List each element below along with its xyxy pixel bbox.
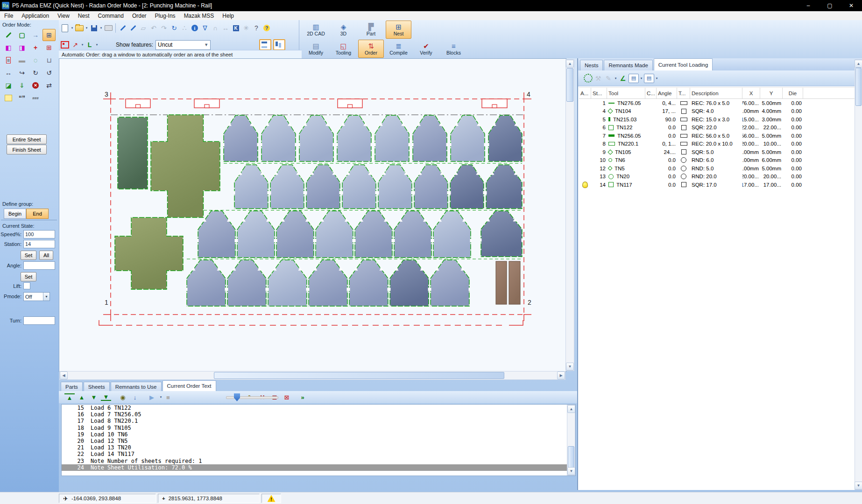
show-features-select[interactable]: Uncut ▼: [155, 40, 211, 50]
turn-input[interactable]: [23, 316, 55, 325]
column-header[interactable]: Tool: [607, 88, 645, 98]
pmode-select[interactable]: Off ▼: [23, 292, 50, 301]
column-header[interactable]: T...: [677, 88, 690, 98]
table-row[interactable]: 7TN256.050.0REC: 56.0 x 5.056.00...5.00m…: [579, 132, 861, 140]
scroll-up-arrow[interactable]: ▲: [566, 60, 574, 68]
scroll-thumb[interactable]: [566, 68, 573, 102]
menu-help[interactable]: Help: [218, 11, 238, 20]
duplicate-icon[interactable]: ▱: [139, 23, 148, 33]
edit-pen-icon[interactable]: [118, 23, 127, 33]
quotes-tool[interactable]: “”: [15, 92, 28, 104]
begin-group-button[interactable]: Begin: [4, 209, 26, 219]
nest-canvas[interactable]: 3412: [59, 58, 566, 372]
scroll-down-arrow[interactable]: ▼: [566, 363, 574, 371]
go-up-icon[interactable]: ▲: [77, 392, 87, 402]
width-icon[interactable]: ↔: [221, 23, 230, 33]
nest-button[interactable]: ⊞Nest: [386, 21, 411, 39]
column-header[interactable]: Description: [690, 88, 742, 98]
sheet-rotate2-tool[interactable]: ↺: [42, 67, 56, 79]
order-text-line[interactable]: 23Note Number of sheets required: 1: [62, 458, 575, 464]
canvas-vertical-scrollbar[interactable]: ▲ ▼: [565, 59, 574, 371]
order-text-line[interactable]: 17Load 8 TN220.1: [62, 418, 575, 424]
view-list-icon[interactable]: ▤: [629, 74, 639, 83]
maximize-button[interactable]: ▢: [819, 0, 841, 11]
menu-command[interactable]: Command: [94, 11, 128, 20]
move-tool[interactable]: +: [29, 42, 42, 54]
order-text-line[interactable]: 20Load 12 TN5: [62, 438, 575, 444]
table-row[interactable]: 12TN50.0RND: 5.05.00mm5.00mm0.00: [579, 164, 861, 173]
menu-order[interactable]: Order: [128, 11, 151, 20]
scroll-down-arrow[interactable]: ▼: [855, 482, 862, 490]
tooling-button[interactable]: ◱Tooling: [331, 40, 356, 58]
table-row[interactable]: 8TN220.10, 1...REC: 20.0 x 10.020.00...1…: [579, 140, 861, 148]
layout-split-horizontal-button[interactable]: [259, 39, 271, 50]
table-row[interactable]: 10TN60.0RND: 6.06.00mm6.00mm0.00: [579, 156, 861, 165]
panel-vertical-scrollbar[interactable]: ▲ ▼: [855, 59, 862, 490]
scroll-thumb[interactable]: [214, 372, 504, 379]
go-down-icon[interactable]: ▼: [89, 392, 99, 402]
tab-current-tool-loading[interactable]: Current Tool Loading: [654, 58, 713, 70]
menu-application[interactable]: Application: [17, 11, 53, 20]
save-dropdown[interactable]: ▾: [99, 26, 103, 30]
table-row[interactable]: 14TN1170.0SQR: 17.017.00...17.00...0.00: [579, 181, 861, 189]
table-row[interactable]: 9TN10524....SQR: 5.05.00mm5.00mm0.00: [579, 148, 861, 156]
lift-checkbox[interactable]: [23, 282, 30, 289]
finish-sheet-button[interactable]: Finish Sheet: [7, 145, 47, 154]
nodes-icon[interactable]: ∴: [180, 23, 189, 33]
speed-input[interactable]: 100: [23, 230, 55, 238]
order-text-line[interactable]: 16Load 7 TN256.05: [62, 411, 575, 418]
view-list-dropdown[interactable]: ▾: [639, 77, 643, 80]
measure-arrow-icon[interactable]: ↗: [71, 40, 80, 49]
print-icon[interactable]: [104, 23, 113, 33]
tab-current-order-text[interactable]: Current Order Text: [163, 380, 216, 391]
menu-plug-ins[interactable]: Plug-Ins: [151, 11, 180, 20]
zoom-extents-icon[interactable]: [60, 40, 70, 49]
3d-button[interactable]: ◈3D: [331, 21, 356, 39]
dropdown-arrow-icon[interactable]: ▾: [159, 395, 163, 399]
more-icon[interactable]: »: [297, 392, 308, 402]
scroll-up-arrow[interactable]: ▲: [567, 405, 575, 413]
scroll-up-arrow[interactable]: ▲: [855, 60, 862, 68]
auto-order-tool[interactable]: ⊞: [42, 29, 56, 41]
station-input[interactable]: 14: [23, 240, 55, 248]
refresh-icon[interactable]: ↻: [170, 23, 179, 33]
table-row[interactable]: 4TN10417, ...SQR: 4.04.00mm4.00mm0.00: [579, 107, 861, 116]
scroll-thumb[interactable]: [568, 446, 574, 468]
table-row[interactable]: 5TN215.0390.0REC: 15.0 x 3.015.00...3.00…: [579, 115, 861, 124]
angle-input[interactable]: [23, 261, 55, 270]
2d-cad-button[interactable]: ▥2D CAD: [303, 21, 329, 39]
blocks-button[interactable]: ≡Blocks: [441, 40, 466, 58]
table-row[interactable]: 13TN200.0RND: 20.020.00...20.00...0.00: [579, 173, 861, 181]
all-stations-button[interactable]: All: [39, 251, 53, 260]
go-top-icon[interactable]: ▲: [64, 393, 75, 401]
scroll-down-arrow[interactable]: ▼: [567, 467, 575, 475]
sheet-down-tool[interactable]: ⇓: [15, 79, 28, 91]
move-part-tool[interactable]: ⊞: [42, 42, 56, 54]
new-document-icon[interactable]: [60, 23, 70, 33]
frame-tool[interactable]: ▢: [15, 29, 28, 41]
bin-tool[interactable]: ⊔: [42, 54, 56, 66]
open-icon[interactable]: [75, 23, 84, 33]
order-button[interactable]: ⇅Order: [358, 40, 384, 58]
axis-icon[interactable]: L: [85, 40, 94, 49]
order-text-list[interactable]: 15Load 6 TN12216Load 7 TN256.0517Load 8 …: [61, 404, 576, 476]
sheet-order-tool[interactable]: ◪: [2, 79, 15, 91]
sheet-width-tool[interactable]: ↔: [2, 67, 15, 79]
k-tool-icon[interactable]: K: [231, 23, 240, 33]
tab-nests[interactable]: Nests: [580, 60, 603, 70]
modify-button[interactable]: ▤Modify: [303, 40, 329, 58]
table-row[interactable]: 1TN276.050, 4...REC: 76.0 x 5.076.00...5…: [579, 99, 861, 107]
menu-view[interactable]: View: [53, 11, 74, 20]
save-icon[interactable]: [89, 23, 99, 33]
assign-dropdown[interactable]: ▾: [614, 77, 618, 80]
part-button[interactable]: ▛Part: [358, 21, 384, 39]
compile-button[interactable]: ≣Compile: [386, 40, 411, 58]
tooling-edit-icon[interactable]: ⚒: [594, 74, 603, 83]
sheet-into-tool[interactable]: ↪: [15, 67, 28, 79]
delete-all-icon[interactable]: ⊠: [282, 392, 292, 402]
entire-sheet-button[interactable]: Entire Sheet: [7, 134, 47, 144]
open-dropdown[interactable]: ▾: [85, 26, 89, 30]
redo-icon[interactable]: ↷: [159, 23, 169, 33]
order-text-line[interactable]: 24Note Sheet Utilisation: 72.0 %: [62, 464, 575, 471]
info-icon[interactable]: i: [190, 23, 199, 33]
